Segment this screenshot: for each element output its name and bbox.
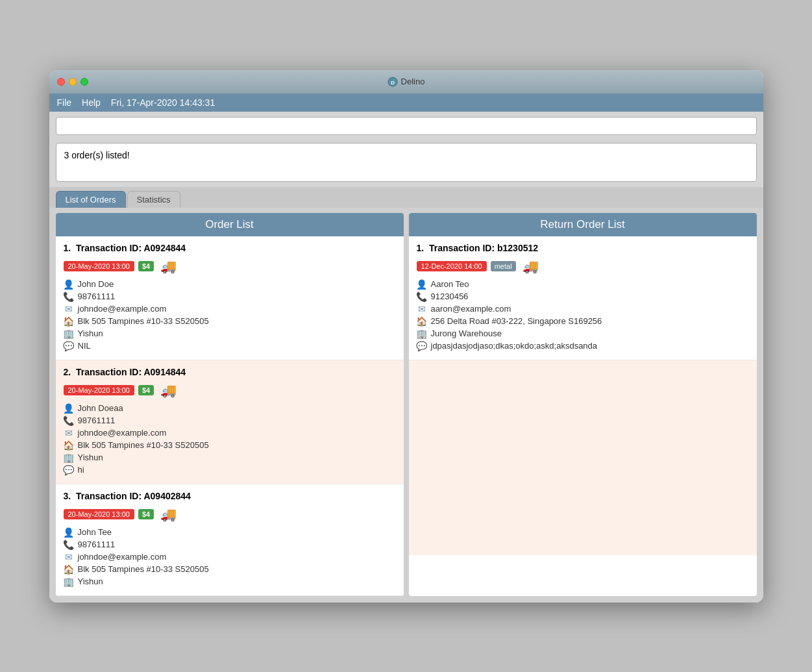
order-2-warehouse-row: 🏢 Yishun	[64, 453, 396, 463]
email-icon-2: ✉	[64, 428, 74, 438]
order-2-phone-row: 📞 98761111	[64, 416, 396, 426]
return-order-1-date-badge: 12-Dec-2020 14:00	[417, 261, 487, 271]
order-1-address-row: 🏠 Blk 505 Tampines #10-33 S520505	[64, 316, 396, 327]
return-order-1-phone-row: 📞 91230456	[417, 292, 749, 302]
order-1-amount-badge: $4	[138, 261, 154, 271]
return-truck-icon: 🚚	[523, 258, 539, 274]
order-1-remarks-row: 💬 NIL	[64, 341, 396, 351]
person-icon-2: 👤	[64, 403, 74, 414]
return-person-icon: 👤	[417, 279, 427, 290]
svg-text:D: D	[391, 80, 395, 86]
order-1-title: 1. Transaction ID: A0924844	[64, 243, 396, 253]
return-phone-icon: 📞	[417, 292, 427, 302]
menu-file[interactable]: File	[57, 97, 72, 108]
truck-icon: 🚚	[160, 258, 177, 274]
order-item-1[interactable]: 1. Transaction ID: A0924844 20-May-2020 …	[56, 236, 404, 360]
return-order-list-panel: Return Order List 1. Transaction ID: b12…	[409, 213, 757, 596]
order-1-badges: 20-May-2020 13:00 $4 🚚	[64, 258, 396, 274]
warehouse-icon-2: 🏢	[64, 453, 74, 463]
order-3-name-row: 👤 John Tee	[64, 527, 396, 538]
warehouse-icon: 🏢	[64, 329, 74, 339]
status-area: 3 order(s) listed!	[49, 140, 763, 187]
order-1-warehouse-row: 🏢 Yishun	[64, 329, 396, 339]
address-icon-3: 🏠	[64, 564, 74, 575]
order-3-email-row: ✉ johndoe@example.com	[64, 552, 396, 562]
return-order-1-name-row: 👤 Aaron Teo	[417, 279, 749, 290]
return-order-1-title: 1. Transaction ID: b1230512	[417, 243, 749, 253]
person-icon: 👤	[64, 279, 74, 290]
tab-statistics[interactable]: Statistics	[127, 191, 180, 208]
order-2-name-row: 👤 John Doeaa	[64, 403, 396, 414]
return-warehouse-icon: 🏢	[417, 329, 427, 339]
order-list-body[interactable]: 1. Transaction ID: A0924844 20-May-2020 …	[56, 236, 404, 596]
return-order-item-1[interactable]: 1. Transaction ID: b1230512 12-Dec-2020 …	[409, 236, 757, 360]
status-message: 3 order(s) listed!	[64, 150, 130, 160]
order-2-amount-badge: $4	[138, 385, 154, 395]
remarks-icon: 💬	[64, 341, 74, 351]
order-3-amount-badge: $4	[138, 509, 154, 519]
window-title: D Delino	[388, 77, 425, 87]
main-content: Order List 1. Transaction ID: A0924844 2…	[49, 208, 763, 603]
order-2-title: 2. Transaction ID: A0914844	[64, 367, 396, 377]
address-icon-2: 🏠	[64, 440, 74, 451]
maximize-button[interactable]	[80, 78, 88, 86]
search-bar-area	[49, 112, 763, 140]
email-icon: ✉	[64, 304, 74, 314]
return-order-list-header: Return Order List	[409, 213, 757, 236]
return-order-1-email-row: ✉ aaron@example.com	[417, 304, 749, 314]
order-2-badges: 20-May-2020 13:00 $4 🚚	[64, 382, 396, 398]
minimize-button[interactable]	[69, 78, 77, 86]
order-1-name-row: 👤 John Doe	[64, 279, 396, 290]
app-window: D Delino File Help Fri, 17-Apr-2020 14:4…	[49, 70, 763, 603]
remarks-icon-2: 💬	[64, 465, 74, 475]
return-address-icon: 🏠	[417, 316, 427, 327]
return-remarks-icon: 💬	[417, 341, 427, 351]
menu-bar: File Help Fri, 17-Apr-2020 14:43:31	[49, 93, 763, 112]
order-1-phone-row: 📞 98761111	[64, 292, 396, 302]
return-order-1-warehouse-row: 🏢 Jurong Warehouse	[417, 329, 749, 339]
order-1-email-row: ✉ johndoe@example.com	[64, 304, 396, 314]
return-order-1-badges: 12-Dec-2020 14:00 metal 🚚	[417, 258, 749, 274]
order-list-panel: Order List 1. Transaction ID: A0924844 2…	[56, 213, 404, 596]
order-3-warehouse-row: 🏢 Yishun	[64, 577, 396, 587]
menu-help[interactable]: Help	[82, 97, 101, 108]
order-3-address-row: 🏠 Blk 505 Tampines #10-33 S520505	[64, 564, 396, 575]
title-bar: D Delino	[49, 70, 763, 93]
status-box: 3 order(s) listed!	[56, 143, 757, 182]
order-2-email-row: ✉ johndoe@example.com	[64, 428, 396, 438]
return-order-1-tag-badge: metal	[491, 261, 516, 271]
order-3-badges: 20-May-2020 13:00 $4 🚚	[64, 506, 396, 522]
tab-list-of-orders[interactable]: List of Orders	[56, 191, 126, 208]
order-list-header: Order List	[56, 213, 404, 236]
search-input[interactable]	[56, 117, 757, 135]
return-empty-area	[409, 360, 757, 555]
warehouse-icon-3: 🏢	[64, 577, 74, 587]
datetime-display: Fri, 17-Apr-2020 14:43:31	[111, 97, 215, 108]
return-order-list-body[interactable]: 1. Transaction ID: b1230512 12-Dec-2020 …	[409, 236, 757, 596]
order-3-phone-row: 📞 98761111	[64, 540, 396, 550]
order-2-remarks-row: 💬 hi	[64, 465, 396, 475]
address-icon: 🏠	[64, 316, 74, 327]
close-button[interactable]	[57, 78, 65, 86]
return-order-1-address-row: 🏠 256 Delta Road #03-222, Singapore S169…	[417, 316, 749, 327]
truck-icon-2: 🚚	[160, 382, 177, 398]
truck-icon-3: 🚚	[160, 506, 177, 522]
email-icon-3: ✉	[64, 552, 74, 562]
return-email-icon: ✉	[417, 304, 427, 314]
order-3-title: 3. Transaction ID: A09402844	[64, 491, 396, 501]
order-1-date-badge: 20-May-2020 13:00	[64, 261, 134, 271]
phone-icon-3: 📞	[64, 540, 74, 550]
order-2-address-row: 🏠 Blk 505 Tampines #10-33 S520505	[64, 440, 396, 451]
order-item-2[interactable]: 2. Transaction ID: A0914844 20-May-2020 …	[56, 360, 404, 484]
tabs-bar: List of Orders Statistics	[49, 187, 763, 208]
person-icon-3: 👤	[64, 527, 74, 538]
return-order-1-remarks-row: 💬 jdpasjdasjodjaso;dkas;okdo;askd;aksdsa…	[417, 341, 749, 351]
order-3-date-badge: 20-May-2020 13:00	[64, 509, 134, 519]
order-item-3[interactable]: 3. Transaction ID: A09402844 20-May-2020…	[56, 484, 404, 596]
order-2-date-badge: 20-May-2020 13:00	[64, 385, 134, 395]
phone-icon-2: 📞	[64, 416, 74, 426]
phone-icon: 📞	[64, 292, 74, 302]
traffic-lights	[57, 78, 88, 86]
